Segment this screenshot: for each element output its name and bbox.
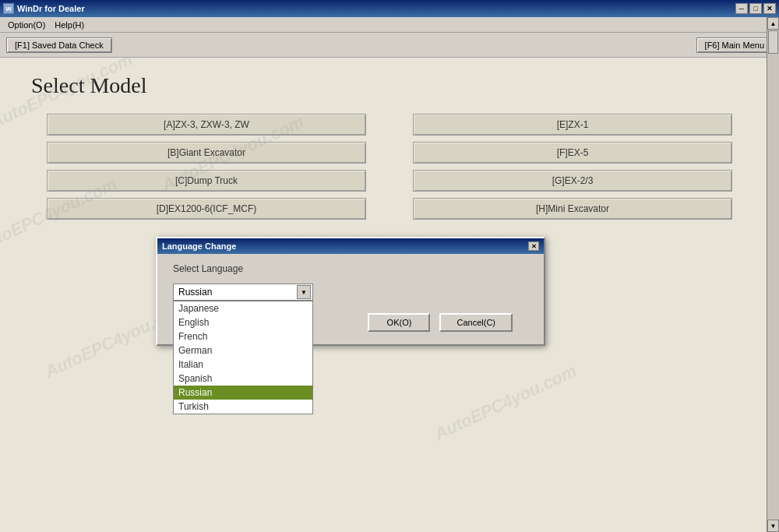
main-menu-button[interactable]: [F6] Main Menu <box>696 37 773 53</box>
model-grid: [A]ZX-3, ZXW-3, ZW [E]ZX-1 [B]Giant Exca… <box>47 114 732 220</box>
model-button-C[interactable]: [C]Dump Truck <box>47 170 366 192</box>
dialog-titlebar: Language Change ✕ <box>157 238 544 254</box>
dialog-body: Select Language Russian ▼ Japanese Engli… <box>157 254 544 344</box>
dropdown-item-french[interactable]: French <box>174 329 312 344</box>
model-button-F[interactable]: [F]EX-5 <box>413 142 732 164</box>
close-button[interactable]: ✕ <box>763 3 776 14</box>
titlebar-title-group: W WinDr for Dealer <box>3 3 85 14</box>
scrollbar-thumb[interactable] <box>768 30 778 54</box>
select-arrow-icon[interactable]: ▼ <box>297 285 311 299</box>
language-select-field[interactable]: Russian ▼ <box>173 284 313 301</box>
dialog-select-label: Select Language <box>173 263 528 274</box>
menubar: Option(O) Help(H) <box>0 17 779 33</box>
app-icon: W <box>3 3 14 14</box>
scroll-up-button[interactable]: ▲ <box>767 17 779 30</box>
dropdown-item-turkish[interactable]: Turkish <box>174 400 312 414</box>
dialog-title: Language Change <box>162 241 236 251</box>
dropdown-item-russian[interactable]: Russian <box>174 386 312 400</box>
language-select-value: Russian <box>178 287 212 298</box>
titlebar-controls: ─ □ ✕ <box>735 3 776 14</box>
watermark-6: AutoEPC4you.com <box>432 361 580 444</box>
model-button-A[interactable]: [A]ZX-3, ZXW-3, ZW <box>47 114 366 136</box>
vertical-scrollbar: ▲ ▼ <box>767 17 779 532</box>
window-titlebar: W WinDr for Dealer ─ □ ✕ <box>0 0 779 17</box>
main-content: AutoEPC4you.com AutoEPC4you.com AutoEPC4… <box>0 58 779 532</box>
scroll-down-button[interactable]: ▼ <box>767 520 779 532</box>
page-title: Select Model <box>31 73 748 98</box>
menu-help[interactable]: Help(H) <box>50 19 89 30</box>
saved-data-check-button[interactable]: [F1] Saved Data Check <box>6 37 112 53</box>
maximize-button[interactable]: □ <box>749 3 762 14</box>
dropdown-item-english[interactable]: English <box>174 315 312 329</box>
minimize-button[interactable]: ─ <box>735 3 748 14</box>
language-change-dialog: Language Change ✕ Select Language Russia… <box>156 237 545 346</box>
dropdown-item-italian[interactable]: Italian <box>174 358 312 372</box>
language-dropdown-list: Japanese English French German Italian S… <box>173 301 313 414</box>
model-button-D[interactable]: [D]EX1200-6(ICF_MCF) <box>47 198 366 220</box>
model-button-H[interactable]: [H]Mini Excavator <box>413 198 732 220</box>
dialog-close-button[interactable]: ✕ <box>528 241 539 251</box>
dropdown-item-spanish[interactable]: Spanish <box>174 372 312 386</box>
window-title: WinDr for Dealer <box>17 4 85 13</box>
menu-option[interactable]: Option(O) <box>3 19 50 30</box>
toolbar: [F1] Saved Data Check [F6] Main Menu <box>0 33 779 58</box>
dialog-cancel-button[interactable]: Cancel(C) <box>439 313 513 332</box>
model-button-G[interactable]: [G]EX-2/3 <box>413 170 732 192</box>
model-button-E[interactable]: [E]ZX-1 <box>413 114 732 136</box>
dropdown-item-japanese[interactable]: Japanese <box>174 301 312 315</box>
dialog-ok-button[interactable]: OK(O) <box>368 313 430 332</box>
scrollbar-track[interactable] <box>767 30 779 520</box>
language-select-container: Russian ▼ Japanese English French German… <box>173 284 528 301</box>
dropdown-item-german[interactable]: German <box>174 344 312 358</box>
model-button-B[interactable]: [B]Giant Excavator <box>47 142 366 164</box>
